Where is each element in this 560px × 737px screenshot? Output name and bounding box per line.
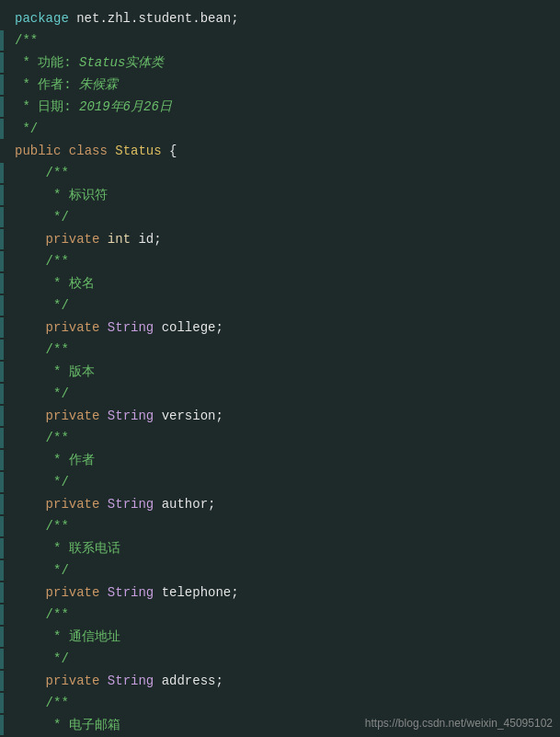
gutter-24 xyxy=(0,516,4,536)
line-31: private String address; xyxy=(0,670,560,692)
code-line-11: private int id; xyxy=(15,229,560,249)
code-line-21: * 作者 xyxy=(15,450,560,470)
line-21: * 作者 xyxy=(0,449,560,471)
line-10: */ xyxy=(0,206,560,228)
code-line-12: /** xyxy=(15,251,560,271)
code-line-3: * 功能: Status实体类 xyxy=(15,52,560,73)
code-line-22: */ xyxy=(15,472,560,492)
gutter-6 xyxy=(0,119,4,139)
code-line-20: /** xyxy=(15,428,560,448)
line-7: public class Status { xyxy=(0,140,560,162)
code-line-32: /** xyxy=(15,693,560,713)
gutter-18 xyxy=(0,384,4,404)
gutter-2 xyxy=(0,30,4,51)
gutter-4 xyxy=(0,75,4,95)
line-22: */ xyxy=(0,471,560,493)
line-23: private String author; xyxy=(0,493,560,515)
code-line-9: * 标识符 xyxy=(15,185,560,205)
code-line-26: */ xyxy=(15,560,560,581)
code-line-25: * 联系电话 xyxy=(15,538,560,559)
gutter-1 xyxy=(0,8,4,29)
gutter-5 xyxy=(0,97,4,117)
code-line-23: private String author; xyxy=(15,494,560,514)
gutter-22 xyxy=(0,472,4,492)
gutter-27 xyxy=(0,582,4,603)
line-18: */ xyxy=(0,383,560,405)
code-line-2: /** xyxy=(15,30,560,51)
line-17: * 版本 xyxy=(0,361,560,383)
line-24: /** xyxy=(0,515,560,537)
gutter-29 xyxy=(0,627,4,647)
gutter-8 xyxy=(0,163,4,183)
line-8: /** xyxy=(0,162,560,184)
line-6: */ xyxy=(0,118,560,140)
gutter-13 xyxy=(0,273,4,294)
code-line-30: */ xyxy=(15,649,560,669)
code-line-4: * 作者: 朱候霖 xyxy=(15,75,560,95)
code-line-31: private String address; xyxy=(15,671,560,691)
gutter-10 xyxy=(0,207,4,227)
gutter-11 xyxy=(0,229,4,249)
code-line-15: private String college; xyxy=(15,317,560,338)
line-1: package net.zhl.student.bean; xyxy=(0,7,560,29)
code-line-17: * 版本 xyxy=(15,362,560,382)
line-5: * 日期: 2019年6月26日 xyxy=(0,96,560,118)
gutter-33 xyxy=(0,715,4,735)
code-line-14: */ xyxy=(15,295,560,316)
code-line-27: private String telephone; xyxy=(15,582,560,603)
line-30: */ xyxy=(0,648,560,670)
gutter-28 xyxy=(0,605,4,625)
line-32: /** xyxy=(0,692,560,714)
line-12: /** xyxy=(0,250,560,272)
code-line-18: */ xyxy=(15,384,560,404)
line-15: private String college; xyxy=(0,317,560,339)
gutter-9 xyxy=(0,185,4,205)
line-13: * 校名 xyxy=(0,272,560,294)
code-line-28: /** xyxy=(15,605,560,625)
line-16: /** xyxy=(0,339,560,361)
code-line-10: */ xyxy=(15,207,560,227)
gutter-16 xyxy=(0,340,4,360)
gutter-12 xyxy=(0,251,4,271)
gutter-14 xyxy=(0,295,4,316)
code-line-19: private String version; xyxy=(15,406,560,426)
gutter-19 xyxy=(0,406,4,426)
line-4: * 作者: 朱候霖 xyxy=(0,74,560,96)
gutter-21 xyxy=(0,450,4,470)
gutter-25 xyxy=(0,538,4,559)
line-25: * 联系电话 xyxy=(0,537,560,559)
gutter-15 xyxy=(0,317,4,338)
line-3: * 功能: Status实体类 xyxy=(0,52,560,74)
line-9: * 标识符 xyxy=(0,184,560,206)
line-29: * 通信地址 xyxy=(0,626,560,648)
gutter-17 xyxy=(0,362,4,382)
gutter-23 xyxy=(0,494,4,514)
gutter-32 xyxy=(0,693,4,713)
gutter-30 xyxy=(0,649,4,669)
gutter-31 xyxy=(0,671,4,691)
line-26: */ xyxy=(0,559,560,582)
code-line-29: * 通信地址 xyxy=(15,627,560,647)
line-20: /** xyxy=(0,427,560,449)
line-19: private String version; xyxy=(0,405,560,427)
code-editor: package net.zhl.student.bean; /** * 功能: … xyxy=(0,0,560,737)
gutter-3 xyxy=(0,52,4,73)
line-14: */ xyxy=(0,294,560,317)
gutter-20 xyxy=(0,428,4,448)
code-line-13: * 校名 xyxy=(15,273,560,294)
line-27: private String telephone; xyxy=(0,582,560,604)
watermark: https://blog.csdn.net/weixin_45095102 xyxy=(365,717,553,730)
line-2: /** xyxy=(0,29,560,52)
code-line-7: public class Status { xyxy=(15,141,560,161)
gutter-7 xyxy=(0,141,4,161)
line-28: /** xyxy=(0,604,560,626)
code-line-6: */ xyxy=(15,119,560,139)
code-line-16: /** xyxy=(15,340,560,360)
code-line-1: package net.zhl.student.bean; xyxy=(15,8,560,29)
code-line-24: /** xyxy=(15,516,560,536)
gutter-26 xyxy=(0,560,4,581)
line-11: private int id; xyxy=(0,228,560,250)
code-line-5: * 日期: 2019年6月26日 xyxy=(15,97,560,117)
code-line-8: /** xyxy=(15,163,560,183)
